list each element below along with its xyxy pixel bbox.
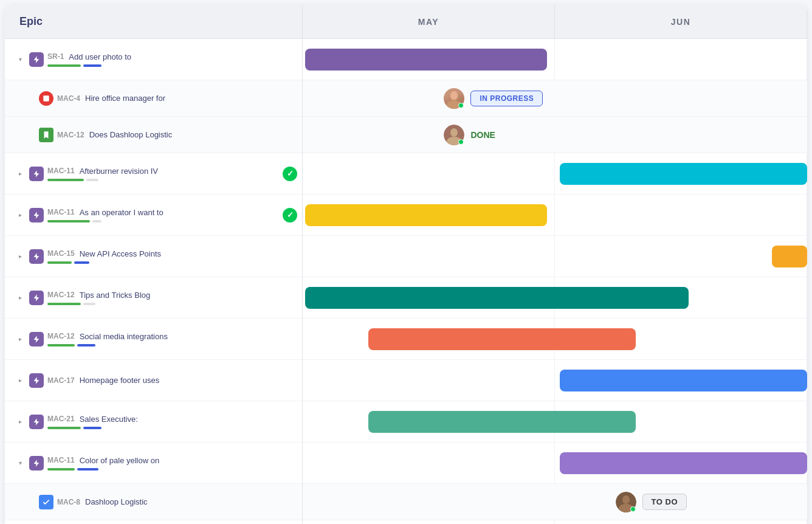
lightning-icon — [29, 456, 44, 471]
progress-bar-gray — [86, 179, 98, 181]
epic-id: MAC-11 — [47, 456, 75, 464]
gantt-bar[interactable] — [772, 246, 807, 267]
chart-row: DONE — [303, 117, 807, 153]
progress-bar-green — [47, 261, 72, 264]
progress-bar-blue — [74, 261, 89, 264]
svg-point-8 — [622, 495, 630, 504]
progress-bars — [47, 303, 297, 305]
lightning-icon — [29, 52, 44, 67]
epic-info: MAC-11 As an operator I want to — [47, 203, 279, 227]
lightning-icon — [29, 332, 44, 346]
header-epic-label: Epic — [5, 5, 303, 38]
done-check-icon — [283, 167, 297, 181]
epic-info: MAC-4 Hire office manager for — [57, 89, 297, 108]
progress-bars — [47, 344, 297, 346]
gantt-bar[interactable] — [560, 163, 807, 185]
status-badge-inprogress: IN PROGRESS — [470, 91, 543, 106]
chart-row — [303, 319, 807, 360]
progress-bars — [47, 427, 297, 429]
lightning-icon — [29, 291, 44, 305]
progress-bar-gray — [92, 220, 102, 222]
header-months: MAY JUN — [303, 5, 807, 38]
epic-title: Afterburner revision IV — [80, 167, 158, 176]
chart-row — [303, 195, 807, 236]
progress-bars — [47, 468, 297, 471]
chevron-right-icon[interactable]: ▸ — [15, 416, 26, 427]
header-month-may: MAY — [303, 5, 555, 38]
epic-id: MAC-8 — [57, 498, 80, 506]
chart-rows: IN PROGRESS — [303, 39, 807, 524]
gantt-chart: IN PROGRESS — [303, 39, 807, 524]
gantt-body: ▾ SR-1 Add user photo to — [5, 39, 807, 524]
avatar-online-dot — [458, 103, 464, 108]
gantt-bar[interactable] — [305, 287, 689, 309]
progress-bar-green — [47, 427, 81, 429]
progress-bar-blue — [83, 427, 102, 429]
chart-row — [303, 277, 807, 319]
lightning-icon — [29, 167, 44, 181]
status-badge-done: DONE — [470, 130, 495, 140]
progress-bars — [47, 261, 297, 264]
svg-point-3 — [450, 91, 458, 100]
epic-info: SR-1 Add user photo to — [47, 47, 297, 72]
gantt-bar[interactable] — [305, 49, 547, 71]
epic-title: New API Access Points — [80, 249, 161, 258]
epic-id: MAC-12 — [47, 332, 75, 340]
lightning-icon — [29, 249, 44, 264]
gantt-bar[interactable] — [368, 328, 636, 350]
list-item: MAC-12 Does Dashloop Logistic — [5, 117, 302, 153]
epic-info: MAC-17 Homepage footer uses — [47, 371, 297, 390]
progress-bar-green — [47, 64, 81, 67]
avatar — [444, 88, 464, 109]
list-item: ▸ MAC-17 Homepage footer uses — [5, 360, 302, 401]
chevron-right-icon[interactable]: ▸ — [15, 375, 26, 386]
chart-row — [303, 443, 807, 484]
epic-info: MAC-12 Social media integrations — [47, 327, 297, 351]
chevron-down-icon[interactable]: ▾ — [15, 54, 26, 65]
chart-row — [303, 360, 807, 401]
chevron-right-icon[interactable]: ▸ — [15, 334, 26, 345]
progress-bar-green — [47, 468, 75, 471]
epic-info: MAC-21 Sales Executive: — [47, 410, 297, 434]
chart-row — [303, 39, 807, 80]
progress-bar-green — [47, 303, 81, 305]
epic-title: Social media integrations — [80, 332, 168, 341]
progress-bar-green — [47, 179, 84, 181]
chevron-right-icon[interactable]: ▸ — [15, 292, 26, 303]
progress-bar-blue — [77, 344, 95, 346]
gantt-bar[interactable] — [560, 370, 807, 391]
epic-title: Dashloop Logistic — [85, 497, 148, 506]
header-month-jun: JUN — [555, 5, 807, 38]
epic-title: Color of pale yellow on — [80, 456, 160, 465]
avatar-online-dot — [630, 506, 636, 512]
gantt-bar[interactable] — [560, 452, 807, 474]
progress-bars — [47, 64, 297, 67]
stop-icon — [39, 91, 53, 106]
chevron-right-icon[interactable]: ▸ — [15, 251, 26, 262]
progress-bars — [47, 220, 279, 222]
progress-bar-blue — [83, 64, 102, 67]
chevron-right-icon[interactable]: ▸ — [15, 210, 26, 221]
epic-info: MAC-11 Afterburner revision IV — [47, 162, 279, 186]
gantt-header: Epic MAY JUN — [5, 5, 807, 39]
chevron-down-icon[interactable]: ▾ — [15, 458, 26, 469]
chevron-right-icon[interactable]: ▸ — [15, 168, 26, 179]
list-item: ▾ MAC-11 Color of pale yellow on — [5, 443, 302, 484]
avatar — [616, 492, 636, 512]
epic-title: As an operator I want to — [80, 208, 163, 217]
epic-title: Tips and Tricks Blog — [80, 291, 151, 300]
progress-bar-gray — [83, 303, 95, 305]
epic-id: MAC-12 — [47, 291, 75, 299]
lightning-icon — [29, 208, 44, 222]
epic-id: MAC-15 — [47, 249, 75, 258]
lightning-icon — [29, 415, 44, 429]
list-item: ▾ SR-1 Add user photo to — [5, 39, 302, 80]
progress-bar-green — [47, 220, 90, 222]
chart-row — [303, 401, 807, 443]
gantt-bar[interactable] — [305, 204, 547, 226]
list-item: ▸ MAC-11 As an operator I want to — [5, 195, 302, 236]
gantt-container: Epic MAY JUN ▾ SR-1 Add user photo to — [5, 5, 807, 524]
checkbox-icon — [39, 495, 53, 509]
gantt-bar[interactable] — [368, 411, 636, 433]
epic-info: MAC-12 Does Dashloop Logistic — [57, 125, 297, 144]
